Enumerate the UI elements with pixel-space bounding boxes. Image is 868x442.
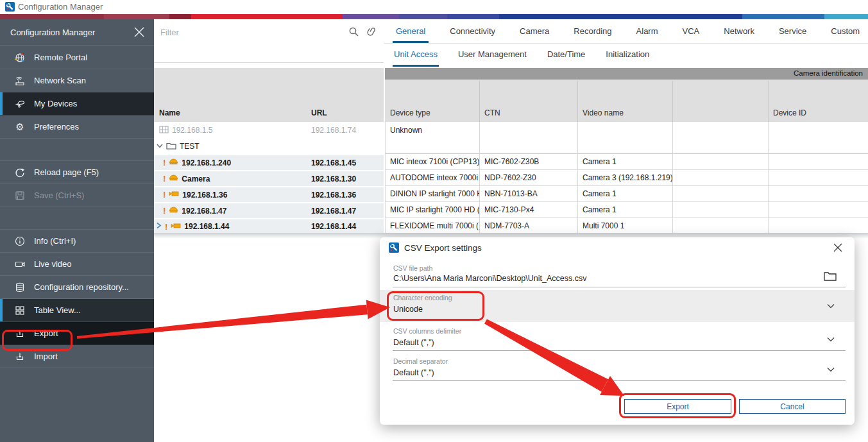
sidebar-item-label: Save (Ctrl+S) bbox=[34, 191, 84, 200]
reload-icon bbox=[14, 167, 26, 178]
sidebar-divider bbox=[0, 139, 154, 161]
filter-input[interactable] bbox=[160, 24, 340, 40]
tab-service[interactable]: Service bbox=[767, 19, 819, 43]
sidebar-item-network-scan[interactable]: Network Scan bbox=[0, 69, 154, 92]
sidebar-item-my-devices[interactable]: My Devices bbox=[0, 92, 154, 115]
table-row[interactable]: 192.168.1.5 192.168.1.74 Unknown bbox=[154, 122, 868, 139]
tab-general[interactable]: General bbox=[384, 19, 438, 43]
dialog-close-icon[interactable] bbox=[833, 242, 844, 254]
dome-camera-icon bbox=[169, 174, 178, 183]
field-underline bbox=[393, 287, 846, 287]
csv-delimiter-label: CSV columns delimiter bbox=[393, 327, 461, 335]
sidebar-item-label: Import bbox=[34, 352, 58, 361]
search-icon[interactable] bbox=[348, 26, 361, 41]
grid-icon bbox=[14, 305, 26, 316]
tab-camera[interactable]: Camera bbox=[507, 19, 561, 43]
column-divider bbox=[768, 81, 769, 122]
sidebar-item-export[interactable]: Export bbox=[0, 322, 154, 345]
sidebar-close-icon[interactable] bbox=[133, 26, 146, 39]
sidebar-item-info[interactable]: Info (Ctrl+I) bbox=[0, 230, 154, 253]
brand-color-stripe bbox=[0, 14, 868, 19]
decimal-separator-label: Decimal separator bbox=[393, 357, 448, 365]
sidebar-item-label: Preferences bbox=[34, 122, 79, 132]
subtab-user-management[interactable]: User Management bbox=[448, 44, 537, 67]
sidebar-item-table-view[interactable]: Table View... bbox=[0, 299, 154, 322]
sidebar-item-import[interactable]: Import bbox=[0, 345, 154, 368]
sidebar: Configuration Manager Remote Portal Netw… bbox=[0, 19, 154, 442]
browse-folder-icon[interactable] bbox=[824, 271, 837, 284]
chevron-down-icon[interactable] bbox=[157, 142, 163, 151]
table-row[interactable]: ! 192.168.1.36 192.168.1.36 DINION IP st… bbox=[154, 186, 868, 202]
csv-export-dialog: CSV Export settings CSV file path C:\Use… bbox=[380, 237, 855, 425]
group-header-camera-identification: Camera identification bbox=[385, 68, 868, 80]
tab-recording[interactable]: Recording bbox=[561, 19, 624, 43]
table-grid-icon bbox=[159, 126, 169, 135]
import-icon bbox=[14, 351, 26, 362]
tab-network[interactable]: Network bbox=[711, 19, 767, 43]
paperclip-icon[interactable] bbox=[366, 26, 379, 41]
sidebar-item-label: Export bbox=[34, 328, 58, 338]
column-header-ctn[interactable]: CTN bbox=[484, 108, 500, 117]
box-camera-icon bbox=[169, 190, 179, 200]
sidebar-header: Configuration Manager bbox=[0, 19, 154, 46]
chevron-down-icon[interactable] bbox=[825, 300, 837, 314]
sidebar-title: Configuration Manager bbox=[10, 28, 95, 37]
globe-icon bbox=[14, 52, 26, 64]
configuration-manager-window: Configuration Manager Configuration Mana… bbox=[0, 0, 868, 442]
tab-custom-views[interactable]: Custom views bbox=[819, 19, 868, 43]
chevron-down-icon[interactable] bbox=[825, 334, 837, 348]
app-logo-icon bbox=[5, 2, 15, 14]
window-title: Configuration Manager bbox=[18, 2, 103, 12]
column-divider bbox=[672, 81, 673, 122]
chevron-down-icon[interactable] bbox=[825, 364, 837, 378]
column-header-name[interactable]: Name bbox=[159, 108, 180, 117]
sidebar-item-remote-portal[interactable]: Remote Portal bbox=[0, 46, 154, 69]
sidebar-item-label: Live video bbox=[34, 259, 72, 269]
character-encoding-value: Unicode bbox=[393, 305, 423, 314]
column-divider bbox=[577, 81, 578, 122]
table-row[interactable]: ! 192.168.1.240 192.168.1.45 MIC inteox … bbox=[154, 154, 868, 170]
sidebar-item-configuration-repository[interactable]: Configuration repository... bbox=[0, 276, 154, 299]
cancel-button[interactable]: Cancel bbox=[739, 399, 846, 414]
sidebar-item-reload-page[interactable]: Reload page (F5) bbox=[0, 161, 154, 184]
folder-icon bbox=[166, 141, 176, 151]
character-encoding-field[interactable]: Character encoding Unicode bbox=[380, 290, 855, 322]
table-header-right: Camera identification Device type CTN Vi… bbox=[385, 68, 868, 122]
export-button[interactable]: Export bbox=[624, 399, 731, 414]
table-row[interactable]: ! 192.168.1.44 192.168.1.44 FLEXIDOME mu… bbox=[154, 218, 868, 234]
dome-camera-icon bbox=[169, 206, 178, 216]
dialog-app-icon bbox=[389, 242, 399, 255]
warning-icon: ! bbox=[163, 190, 166, 200]
column-header-device-id[interactable]: Device ID bbox=[773, 108, 806, 117]
box-camera-icon bbox=[171, 222, 181, 232]
sidebar-item-label: Remote Portal bbox=[34, 53, 87, 62]
save-icon bbox=[14, 190, 26, 201]
column-header-url[interactable]: URL bbox=[311, 108, 327, 117]
column-divider bbox=[479, 81, 480, 122]
csv-file-path-value[interactable]: C:\Users\Ana Maria Marconi\Desktop\Unit_… bbox=[393, 274, 586, 283]
subtab-unit-access[interactable]: Unit Access bbox=[384, 44, 448, 67]
table-row[interactable]: ! 192.168.1.47 192.168.1.47 MIC IP starl… bbox=[154, 202, 868, 218]
sidebar-item-preferences[interactable]: ⚙ Preferences bbox=[0, 115, 154, 139]
tab-alarm[interactable]: Alarm bbox=[624, 19, 670, 43]
decimal-separator-value[interactable]: Default (".") bbox=[393, 368, 434, 377]
subtab-initialization[interactable]: Initialization bbox=[595, 44, 660, 67]
column-header-video-name[interactable]: Video name bbox=[583, 108, 624, 117]
dome-camera-icon bbox=[169, 158, 178, 167]
tab-vca[interactable]: VCA bbox=[670, 19, 712, 43]
field-underline bbox=[393, 380, 846, 381]
tab-connectivity[interactable]: Connectivity bbox=[438, 19, 507, 43]
export-icon bbox=[14, 328, 26, 339]
column-header-device-type[interactable]: Device type bbox=[390, 108, 430, 117]
database-icon bbox=[14, 282, 26, 293]
table-row-group[interactable]: TEST bbox=[154, 139, 868, 154]
warning-icon: ! bbox=[165, 222, 167, 232]
csv-delimiter-value[interactable]: Default (",") bbox=[393, 338, 434, 347]
video-camera-icon bbox=[14, 259, 26, 270]
subtab-date-time[interactable]: Date/Time bbox=[537, 44, 595, 67]
sidebar-item-live-video[interactable]: Live video bbox=[0, 253, 154, 276]
warning-icon: ! bbox=[163, 206, 166, 216]
table-row[interactable]: ! Camera 192.168.1.30 AUTODOME inteox 70… bbox=[154, 170, 868, 186]
selected-chevron-icon bbox=[157, 222, 162, 231]
field-underline bbox=[393, 350, 846, 351]
